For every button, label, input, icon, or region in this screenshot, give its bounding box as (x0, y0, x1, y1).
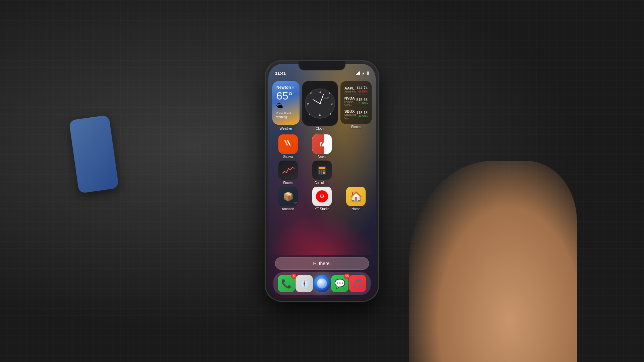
calculator-app[interactable]: Calculator (306, 161, 337, 185)
siri-area: Hi there. (275, 257, 369, 270)
home-icon: 🏠 (346, 187, 366, 206)
news-label: News (318, 155, 326, 159)
cup-label: CUP (324, 97, 329, 99)
svg-rect-8 (319, 172, 320, 174)
yt-studio-app[interactable]: ⚙ YT Studio (306, 187, 337, 211)
nvda-price: 815.63 (356, 98, 368, 102)
nvda-symbol: NVDA (344, 96, 357, 100)
home-label: Home (352, 207, 361, 211)
svg-rect-9 (321, 172, 322, 174)
dock-phone-app[interactable]: 📞 3 (278, 275, 295, 292)
stocks-chart-icon (282, 165, 294, 175)
aapl-change: -0.25% (356, 90, 368, 93)
yt-studio-label: YT Studio (315, 207, 329, 211)
strava-chevron-icon (283, 139, 293, 149)
strava-icon (278, 134, 298, 154)
status-time: 11:41 (275, 71, 286, 76)
yt-gear-icon: ⚙ (319, 193, 325, 200)
svg-rect-4 (319, 167, 325, 169)
stocks-widget-wrapper[interactable]: AAPL Apple Inc. 144.74 -0.25% (340, 81, 372, 130)
clock-num-11: 11 (310, 92, 313, 95)
calculator-label: Calculator (314, 181, 329, 185)
weather-widget-wrapper[interactable]: Newton ⬆ 65° 🌦 River flood warning Weath… (272, 81, 300, 130)
svg-point-16 (304, 283, 305, 284)
stocks-widget[interactable]: AAPL Apple Inc. 144.74 -0.25% (340, 81, 372, 124)
sbux-symbol: SBUX (344, 109, 357, 113)
strava-label: Strava (283, 155, 293, 159)
stocks-app[interactable]: Stocks (272, 161, 304, 185)
aapl-name: Apple Inc. (344, 90, 357, 93)
yt-gear-circle: ⚙ (316, 190, 328, 202)
news-n-letter: N (320, 140, 324, 148)
hand-background (409, 161, 577, 362)
iphone-device: 11:41 ▲ ▓ (265, 60, 379, 302)
nvda-change: +1.70% (356, 102, 368, 105)
nvda-name: NVIDIA Corp... (344, 100, 357, 106)
home-house-icon: 🏠 (350, 191, 362, 202)
music-note-icon: 🎵 (352, 279, 363, 289)
widgets-row: Newton ⬆ 65° 🌦 River flood warning Weath… (272, 81, 372, 130)
clock-center-dot (319, 103, 321, 104)
svg-rect-5 (319, 170, 320, 172)
phone-screen: 11:41 ▲ ▓ (268, 64, 376, 298)
dock-safari-app[interactable] (296, 275, 313, 292)
dock-music-icon: 🎵 (349, 275, 366, 292)
battery-icon: ▓ (367, 71, 369, 75)
app-dock: 📞 3 (273, 272, 371, 295)
calculator-icon (312, 161, 332, 180)
svg-rect-7 (323, 170, 325, 172)
dock-messages-app[interactable]: 💬 13 (331, 275, 348, 292)
clock-widget[interactable]: 12 3 6 9 1 11 4 8 CUP (302, 81, 338, 126)
phone-wrapper: 11:41 ▲ ▓ (265, 60, 379, 302)
svg-rect-10 (323, 172, 325, 174)
siri-wave-animation (268, 215, 376, 255)
weather-alert: River flood warning (276, 112, 296, 119)
stocks-widget-label: Stocks (351, 125, 361, 129)
aapl-symbol: AAPL (344, 86, 357, 90)
dock-safari-icon (296, 275, 313, 292)
phone-handset-icon: 📞 (281, 279, 292, 289)
weather-app-label: Weather (280, 127, 292, 130)
dock-music-app[interactable]: 🎵 (349, 275, 366, 292)
amazon-box-icon: 📦 (283, 191, 293, 202)
empty-slot-2 (340, 161, 372, 185)
status-icons: ▲ ▓ (356, 71, 369, 75)
weather-widget[interactable]: Newton ⬆ 65° 🌦 River flood warning (272, 81, 300, 125)
stock-row-nvda: NVDA NVIDIA Corp... 815.63 +1.70% (344, 95, 368, 108)
clock-app-label: Clock (316, 127, 324, 130)
location-arrow-icon: ⬆ (292, 86, 294, 89)
siri-orb[interactable] (313, 275, 331, 292)
stock-row-aapl: AAPL Apple Inc. 144.74 -0.25% (344, 84, 368, 95)
dock-siri-app[interactable] (313, 275, 331, 292)
clock-num-3: 3 (331, 102, 332, 105)
amazon-smile-icon: ⌣ (293, 200, 297, 205)
screen-content: Newton ⬆ 65° 🌦 River flood warning Weath… (268, 78, 376, 298)
phone-notch (299, 61, 345, 70)
svg-point-2 (288, 168, 289, 169)
sbux-name: Starbucks C... (344, 113, 357, 119)
news-app[interactable]: N News (306, 134, 337, 159)
clock-hour-hand (313, 99, 320, 104)
safari-compass-icon (299, 279, 309, 289)
empty-slot-1 (340, 134, 372, 159)
weather-temperature: 65° (276, 90, 296, 101)
clock-num-8: 8 (309, 112, 310, 115)
clock-widget-wrapper[interactable]: 12 3 6 9 1 11 4 8 CUP (302, 81, 338, 130)
strava-app[interactable]: Strava (272, 134, 304, 159)
yt-studio-icon: ⚙ (312, 187, 332, 206)
app-row-3: 📦 ⌣ Amazon ⚙ YT Studio (272, 187, 372, 211)
home-app[interactable]: 🏠 Home (340, 187, 372, 211)
clock-face: 12 3 6 9 1 11 4 8 CUP (305, 88, 335, 119)
wifi-icon: ▲ (362, 71, 365, 75)
clock-minute-hand (320, 94, 324, 104)
stocks-app-icon (278, 161, 298, 180)
stock-row-sbux: SBUX Starbucks C... 118.18 +0.60% (344, 108, 368, 121)
siri-greeting: Hi there. (275, 257, 369, 270)
calculator-svg-icon (316, 165, 328, 176)
amazon-app[interactable]: 📦 ⌣ Amazon (272, 187, 304, 211)
clock-num-9: 9 (307, 102, 309, 105)
amazon-label: Amazon (282, 207, 294, 211)
amazon-icon: 📦 ⌣ (278, 187, 298, 206)
clock-num-1: 1 (329, 92, 330, 95)
aapl-price: 144.74 (356, 86, 368, 90)
